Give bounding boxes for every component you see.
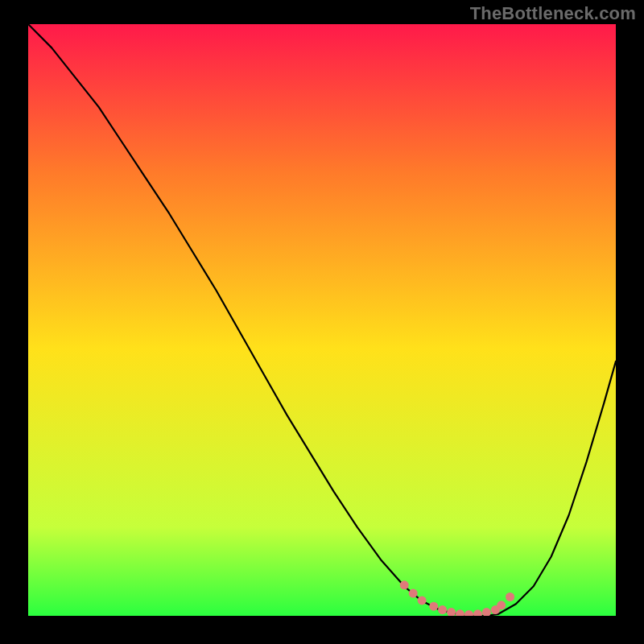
valley-dot [409,589,418,598]
chart-frame: { "watermark": "TheBottleneck.com", "col… [0,0,644,644]
valley-dot [438,605,447,614]
valley-dot [418,596,427,605]
valley-dot [497,601,506,609]
chart-area [28,24,616,616]
valley-dot [400,580,409,589]
watermark-text: TheBottleneck.com [470,3,636,24]
valley-dot [506,592,514,601]
gradient-background [28,24,616,616]
valley-dot [429,602,438,611]
